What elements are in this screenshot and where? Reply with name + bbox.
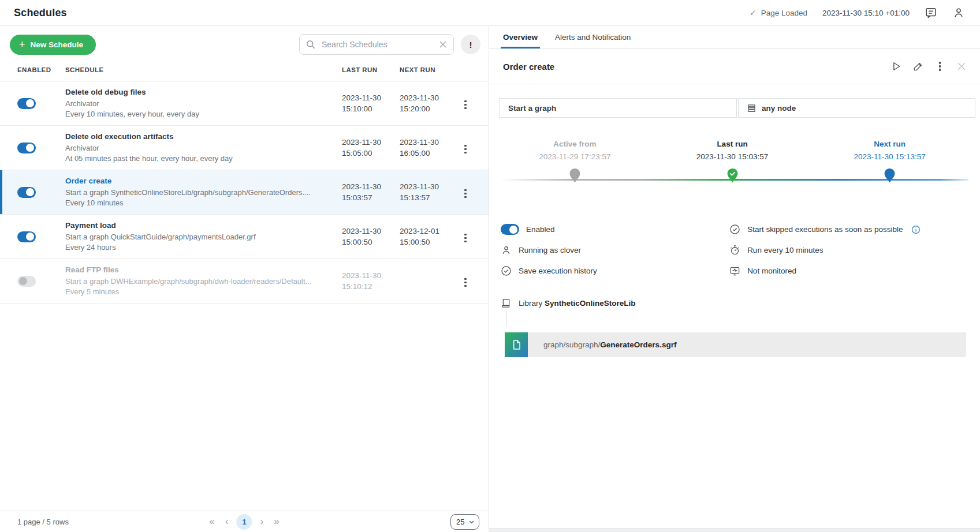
- schedule-detail: Start a graph DWHExample/graph/subgraph/…: [65, 276, 342, 287]
- timeline-last-run: Last run 2023-11-30 15:03:57: [654, 140, 811, 185]
- enabled-toggle[interactable]: [17, 98, 36, 109]
- close-icon[interactable]: [956, 61, 967, 72]
- schedule-name: Read FTP files: [65, 265, 342, 274]
- tab-alerts-and-notification[interactable]: Alerts and Notification: [555, 26, 631, 48]
- schedule-detail: Start a graph QuickStartGuide/graph/paym…: [65, 232, 342, 242]
- interval-property: Run every 10 minutes: [729, 243, 974, 257]
- list-toolbar: + New Schedule !: [0, 26, 489, 62]
- user-icon[interactable]: [952, 6, 965, 19]
- graph-file-item[interactable]: graph/subgraph/GenerateOrders.sgrf: [505, 332, 966, 357]
- table-row-selected[interactable]: Order create Start a graph SyntheticOnli…: [0, 170, 489, 215]
- table-row[interactable]: Payment load Start a graph QuickStartGui…: [0, 215, 489, 259]
- table-row[interactable]: Delete old debug files Archivator Every …: [0, 81, 489, 126]
- document-icon: [511, 339, 522, 350]
- table-row[interactable]: Delete old execution artifacts Archivato…: [0, 126, 489, 170]
- enabled-toggle[interactable]: [17, 143, 36, 153]
- column-next-run: NEXT RUN: [400, 66, 460, 81]
- graph-file-name: GenerateOrders.sgrf: [600, 340, 676, 349]
- row-menu-button[interactable]: [460, 141, 471, 158]
- page-title: Schedules: [14, 7, 67, 19]
- last-run-cell: 2023-11-3015:00:50: [342, 226, 400, 248]
- first-page-button[interactable]: «: [207, 516, 217, 527]
- next-run-cell: 2023-12-0115:00:50: [400, 226, 460, 248]
- last-run-cell: 2023-11-3015:10:12: [342, 270, 400, 292]
- server-icon: [747, 103, 757, 113]
- library-icon: [501, 298, 512, 309]
- user-icon: [501, 245, 512, 256]
- check-circle-icon: [729, 224, 740, 235]
- last-page-button[interactable]: »: [271, 516, 281, 527]
- detail-tabs: Overview Alerts and Notification: [489, 26, 980, 49]
- new-schedule-button[interactable]: + New Schedule: [10, 35, 96, 55]
- clear-search-icon[interactable]: [437, 39, 449, 50]
- row-menu-button[interactable]: [460, 186, 471, 202]
- page-size-select[interactable]: 25: [450, 514, 479, 530]
- library-connector-line: [506, 311, 506, 325]
- last-run-cell: 2023-11-3015:05:00: [342, 137, 400, 159]
- chat-icon[interactable]: [925, 6, 937, 19]
- schedule-detail: Archivator: [65, 99, 342, 109]
- schedule-recurrence: Every 10 minutes, every hour, every day: [65, 109, 342, 119]
- library-name: SyntheticOnlineStoreLib: [545, 299, 636, 308]
- row-menu-button[interactable]: [460, 230, 471, 246]
- detail-header: Order create: [489, 49, 980, 84]
- timeline-active-from: Active from 2023-11-29 17:23:57: [496, 140, 654, 185]
- enabled-toggle[interactable]: [501, 224, 519, 235]
- top-bar: Schedules ✓ Page Loaded 2023-11-30 15:10…: [0, 0, 980, 26]
- column-enabled: ENABLED: [17, 66, 65, 81]
- row-menu-button[interactable]: [460, 275, 471, 291]
- search-icon: [305, 39, 316, 50]
- stopwatch-icon: [729, 245, 740, 256]
- schedule-name: Payment load: [65, 221, 342, 230]
- schedules-list-panel: + New Schedule ! ENABLED SCHEDULE LAST R…: [0, 26, 489, 532]
- detail-title: Order create: [503, 62, 554, 72]
- schedule-properties: Enabled Start skipped executions as soon…: [489, 223, 980, 278]
- schedules-app: Schedules ✓ Page Loaded 2023-11-30 15:10…: [0, 0, 980, 532]
- schedule-name: Delete old debug files: [65, 88, 342, 96]
- alerts-indicator-button[interactable]: !: [461, 35, 480, 54]
- previous-page-button[interactable]: ‹: [223, 516, 231, 527]
- check-circle-icon: [501, 265, 512, 276]
- page-summary: 1 page / 5 rows: [17, 518, 69, 526]
- schedule-name: Order create: [65, 177, 342, 185]
- schedule-detail: Start a graph SyntheticOnlineStoreLib/gr…: [65, 188, 342, 198]
- monitoring-property: Not monitored: [729, 264, 974, 278]
- column-last-run: LAST RUN: [342, 66, 400, 81]
- row-menu-button[interactable]: [460, 97, 471, 113]
- pagination-bar: 1 page / 5 rows « ‹ 1 › » 25: [0, 511, 489, 532]
- edit-icon[interactable]: [912, 61, 924, 72]
- skipped-executions-property: Start skipped executions as soon as poss…: [729, 223, 974, 236]
- schedule-detail: Archivator: [65, 143, 342, 153]
- tab-overview[interactable]: Overview: [503, 26, 538, 48]
- enabled-toggle[interactable]: [17, 231, 36, 242]
- current-page-button[interactable]: 1: [237, 514, 252, 530]
- enabled-toggle[interactable]: [17, 187, 36, 198]
- column-schedule: SCHEDULE: [65, 66, 342, 81]
- graph-file-path: graph/subgraph/: [543, 340, 600, 349]
- next-run-cell: 2023-11-3015:13:57: [400, 181, 460, 203]
- last-run-pin-icon: [726, 167, 739, 185]
- schedule-detail-panel: Overview Alerts and Notification Order c…: [489, 26, 980, 529]
- info-icon[interactable]: [911, 225, 921, 234]
- schedule-name: Delete old execution artifacts: [65, 132, 342, 141]
- run-icon[interactable]: [890, 61, 902, 72]
- schedules-table: Delete old debug files Archivator Every …: [0, 81, 489, 304]
- search-input[interactable]: [299, 34, 454, 55]
- graph-file-badge: [505, 332, 528, 357]
- table-row[interactable]: Read FTP files Start a graph DWHExample/…: [0, 259, 489, 304]
- schedule-recurrence: Every 24 hours: [65, 242, 342, 253]
- job-type-select[interactable]: Start a graph: [500, 98, 737, 118]
- next-page-button[interactable]: ›: [258, 516, 266, 527]
- schedule-recurrence: Every 5 minutes: [65, 287, 342, 297]
- enabled-toggle[interactable]: [17, 276, 36, 287]
- active-from-pin-icon: [569, 167, 581, 185]
- schedule-recurrence: Every 10 minutes: [65, 198, 342, 208]
- node-select[interactable]: any node: [738, 98, 975, 118]
- timeline-next-run[interactable]: Next run 2023-11-30 15:13:57: [811, 140, 968, 185]
- next-run-cell: 2023-11-3016:05:00: [400, 137, 460, 159]
- chevron-down-icon: [468, 519, 475, 525]
- next-run-cell: 2023-11-3015:20:00: [400, 92, 460, 114]
- enabled-property: Enabled: [501, 223, 729, 236]
- check-icon: ✓: [750, 8, 757, 17]
- more-actions-icon[interactable]: [934, 58, 946, 74]
